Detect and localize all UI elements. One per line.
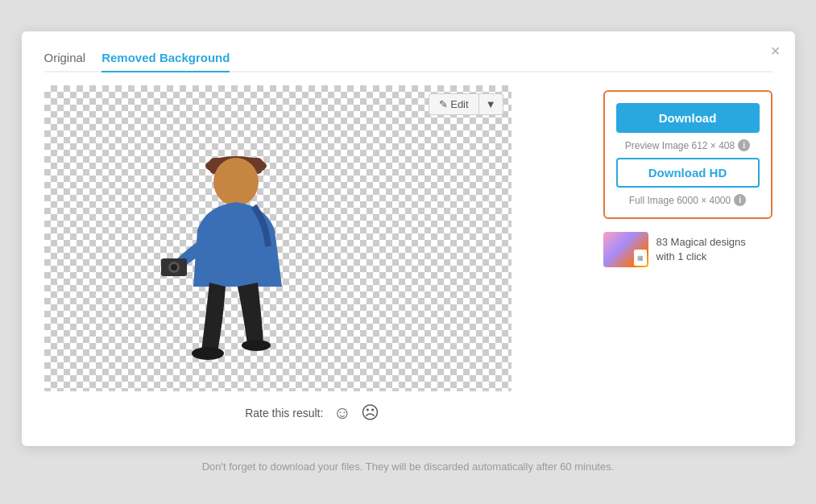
content-area: ✎ Edit ▼ (44, 85, 773, 423)
edit-button[interactable]: ✎ Edit (429, 93, 479, 115)
promo-thumbnail: ▦ (603, 232, 648, 267)
tab-bar: Original Removed Background (44, 51, 773, 72)
image-canvas: ✎ Edit ▼ (44, 85, 512, 391)
full-info-icon[interactable]: i (734, 194, 746, 206)
svg-point-2 (213, 158, 259, 206)
image-panel: ✎ Edit ▼ (44, 85, 581, 423)
tab-original[interactable]: Original (44, 51, 86, 72)
download-hd-button[interactable]: Download HD (616, 158, 760, 188)
rating-row: Rate this result: ☺ ☹ (44, 403, 581, 423)
right-panel: Download Preview Image 612 × 408 i Downl… (603, 90, 773, 267)
sad-rating-button[interactable]: ☹ (361, 403, 379, 423)
edit-dropdown-button[interactable]: ▼ (479, 93, 503, 115)
download-box: Download Preview Image 612 × 408 i Downl… (603, 90, 773, 219)
tab-removed-background[interactable]: Removed Background (101, 51, 230, 72)
svg-point-6 (192, 347, 224, 360)
full-info: Full Image 6000 × 4000 i (616, 194, 760, 206)
preview-info: Preview Image 612 × 408 i (616, 139, 760, 151)
edit-button-row: ✎ Edit ▼ (429, 93, 503, 115)
page-background: × Original Removed Background ✎ Edit ▼ (0, 0, 816, 504)
svg-point-7 (242, 340, 271, 351)
footer-text: Don't forget to download your files. The… (202, 461, 615, 473)
happy-rating-button[interactable]: ☺ (333, 403, 350, 423)
svg-point-5 (171, 264, 177, 271)
download-button[interactable]: Download (616, 103, 760, 133)
promo-badge: ▦ (634, 250, 647, 266)
person-image (149, 126, 326, 367)
close-button[interactable]: × (771, 43, 781, 59)
rating-label: Rate this result: (245, 407, 323, 419)
modal-dialog: × Original Removed Background ✎ Edit ▼ (22, 31, 795, 446)
promo-text: 83 Magical designs with 1 click (657, 235, 746, 264)
preview-info-icon[interactable]: i (738, 139, 750, 151)
promo-box[interactable]: ▦ 83 Magical designs with 1 click (603, 232, 773, 267)
